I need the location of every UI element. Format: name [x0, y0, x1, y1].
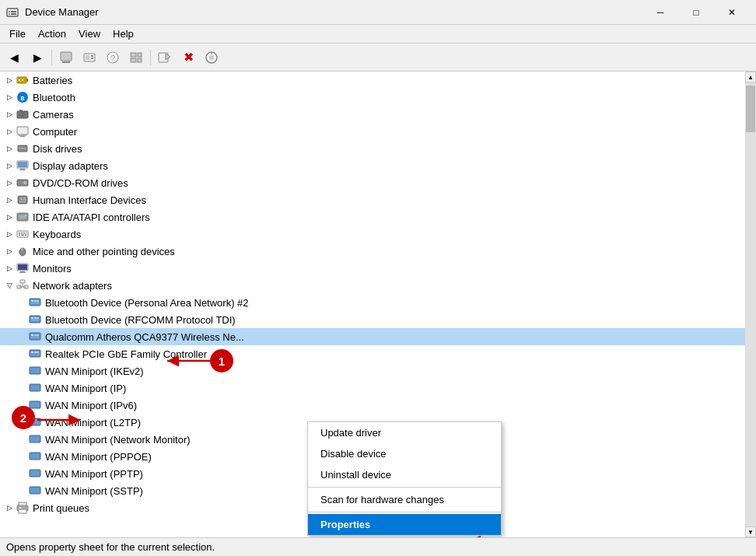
label-display: Display adapters — [33, 160, 108, 172]
icon-network — [16, 278, 30, 292]
context-menu-sep1 — [308, 487, 501, 488]
label-bluetooth: Bluetooth — [33, 92, 75, 103]
svg-point-20 — [209, 55, 214, 60]
toolbar-help[interactable]: ? — [102, 47, 124, 68]
tree-item-mice[interactable]: ▷ Mice and other pointing devices — [0, 243, 745, 260]
svg-rect-6 — [62, 61, 70, 63]
maximize-button[interactable]: □ — [678, 0, 714, 25]
label-wan-l2tp: WAN Miniport (L2TP) — [45, 417, 141, 428]
expand-display[interactable]: ▷ — [3, 159, 16, 172]
label-wan-pptp: WAN Miniport (PPTP) — [45, 468, 143, 480]
scrollbar[interactable]: ▲ ▼ — [745, 72, 756, 537]
tree-item-ide[interactable]: ▷ IDE ATA/ATAPI controllers — [0, 208, 745, 226]
toolbar-back[interactable]: ◀ — [3, 47, 25, 68]
expand-monitors[interactable]: ▷ — [3, 262, 16, 275]
svg-rect-16 — [138, 58, 142, 62]
context-menu-uninstall-device[interactable]: Uninstall device — [308, 464, 501, 485]
svg-rect-62 — [21, 248, 23, 250]
label-print: Print queues — [33, 502, 89, 514]
tree-item-wan-ikev2[interactable]: WAN Miniport (IKEv2) — [0, 362, 745, 379]
tree-item-batteries[interactable]: ▷ Batteries — [0, 72, 745, 89]
expand-hid[interactable]: ▷ — [3, 194, 16, 206]
expand-print[interactable]: ▷ — [3, 502, 16, 514]
menu-view[interactable]: View — [72, 26, 107, 41]
svg-rect-84 — [30, 350, 40, 357]
toolbar-view[interactable] — [125, 47, 147, 68]
tree-item-wan-ipv6[interactable]: WAN Miniport (IPv6) — [0, 397, 745, 414]
tree-item-realtek[interactable]: Realtek PCIe GbE Family Controller — [0, 345, 745, 362]
svg-rect-25 — [22, 79, 23, 81]
svg-rect-37 — [19, 148, 23, 149]
svg-rect-41 — [19, 170, 26, 170]
tree-item-qualcomm[interactable]: Qualcomm Atheros QCA9377 Wireless Ne... — [0, 328, 745, 345]
tree-item-monitors[interactable]: ▷ Monitors — [0, 260, 745, 277]
expand-cameras[interactable]: ▷ — [3, 108, 16, 121]
svg-rect-81 — [31, 334, 33, 336]
context-menu-properties[interactable]: Properties — [308, 514, 501, 535]
tree-item-bluetooth[interactable]: ▷ ʙ Bluetooth — [0, 89, 745, 106]
scroll-thumb[interactable] — [746, 86, 755, 132]
tree-item-computer[interactable]: ▷ Computer — [0, 123, 745, 140]
toolbar-scan[interactable] — [201, 47, 222, 68]
svg-rect-77 — [31, 317, 33, 319]
expand-dvd[interactable]: ▷ — [3, 177, 16, 189]
menu-file[interactable]: File — [3, 26, 32, 41]
svg-rect-98 — [19, 507, 21, 509]
menu-action[interactable]: Action — [32, 26, 72, 41]
expand-ide[interactable]: ▷ — [3, 211, 16, 223]
svg-rect-53 — [19, 233, 20, 234]
expand-network[interactable]: ▽ — [3, 279, 16, 292]
icon-wan-netmon — [28, 432, 42, 446]
device-tree[interactable]: ▷ Batteries ▷ ʙ Bluetooth — [0, 72, 745, 537]
icon-qualcomm — [28, 330, 42, 344]
toolbar: ◀ ▶ ? ✖ — [0, 44, 756, 72]
expand-batteries[interactable]: ▷ — [3, 74, 16, 86]
svg-rect-13 — [131, 53, 136, 57]
toolbar-remove[interactable]: ✖ — [177, 47, 199, 68]
context-menu-scan-hardware[interactable]: Scan for hardware changes — [308, 489, 501, 510]
toolbar-add[interactable] — [154, 47, 176, 68]
expand-keyboards[interactable]: ▷ — [3, 228, 16, 240]
tree-item-cameras[interactable]: ▷ Cameras — [0, 106, 745, 123]
svg-point-44 — [25, 183, 26, 184]
label-ide: IDE ATA/ATAPI controllers — [33, 212, 150, 223]
close-button[interactable]: ✕ — [714, 0, 750, 25]
scroll-up[interactable]: ▲ — [745, 72, 756, 82]
svg-rect-58 — [21, 235, 24, 236]
context-menu-update-driver[interactable]: Update driver — [308, 422, 501, 443]
expand-disk[interactable]: ▷ — [3, 142, 16, 155]
icon-bluetooth: ʙ — [16, 90, 30, 104]
svg-rect-55 — [23, 233, 25, 234]
svg-rect-73 — [31, 300, 33, 302]
svg-text:?: ? — [110, 54, 115, 63]
toolbar-update[interactable] — [79, 47, 100, 68]
context-menu-disable-device[interactable]: Disable device — [308, 443, 501, 464]
tree-item-display[interactable]: ▷ Display adapters — [0, 157, 745, 174]
tree-item-wan-ip[interactable]: WAN Miniport (IP) — [0, 379, 745, 397]
icon-display — [16, 159, 30, 173]
svg-rect-72 — [30, 299, 40, 306]
svg-rect-9 — [91, 55, 93, 57]
toolbar-properties[interactable] — [55, 47, 77, 68]
toolbar-forward[interactable]: ▶ — [26, 47, 48, 68]
scroll-track[interactable] — [745, 82, 756, 526]
icon-ide — [16, 210, 30, 224]
tree-item-bt-pan[interactable]: Bluetooth Device (Personal Area Network)… — [0, 294, 745, 311]
expand-computer[interactable]: ▷ — [3, 125, 16, 138]
tree-item-disk[interactable]: ▷ Disk drives — [0, 140, 745, 157]
expand-mice[interactable]: ▷ — [3, 245, 16, 257]
tree-item-network[interactable]: ▽ Network adapters — [0, 277, 745, 294]
tree-item-hid[interactable]: ▷ Human Interface Devices — [0, 191, 745, 208]
menu-help[interactable]: Help — [107, 26, 140, 41]
tree-item-bt-rfcomm[interactable]: Bluetooth Device (RFCOMM Protocol TDI) — [0, 311, 745, 328]
tree-item-dvd[interactable]: ▷ DVD/CD-ROM drives — [0, 174, 745, 191]
svg-rect-74 — [34, 300, 39, 302]
main-area: ▷ Batteries ▷ ʙ Bluetooth — [0, 72, 756, 537]
expand-bluetooth[interactable]: ▷ — [3, 91, 16, 103]
minimize-button[interactable]: ─ — [642, 0, 678, 25]
tree-item-keyboards[interactable]: ▷ Keyboards — [0, 226, 745, 243]
icon-bt-rfcomm — [28, 313, 42, 327]
scroll-down[interactable]: ▼ — [745, 526, 756, 537]
svg-rect-78 — [34, 317, 39, 319]
svg-rect-56 — [26, 233, 26, 234]
